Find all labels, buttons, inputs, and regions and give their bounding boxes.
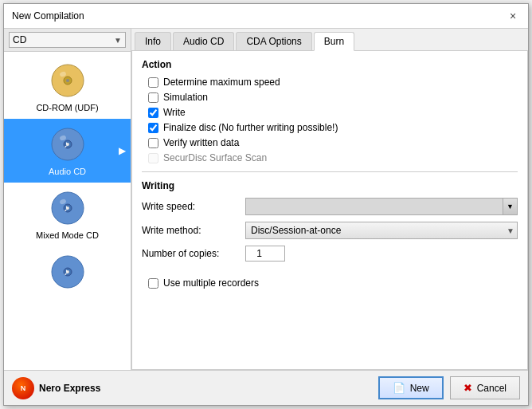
multiple-recorders-checkbox[interactable] xyxy=(148,278,158,289)
selected-arrow: ▶ xyxy=(119,145,126,156)
write-speed-display xyxy=(245,198,503,215)
num-copies-row: Number of copies: xyxy=(142,246,518,262)
svg-text:♪: ♪ xyxy=(64,139,68,150)
write-label: Write xyxy=(163,107,186,118)
tab-audiocd[interactable]: Audio CD xyxy=(173,32,234,50)
checkbox-simulation: Simulation xyxy=(142,92,518,103)
write-method-control: Disc/Session-at-onceTrack-at-onceRaw ▼ xyxy=(245,222,518,239)
svg-text:♪: ♪ xyxy=(64,203,68,214)
verify-checkbox[interactable] xyxy=(148,138,158,148)
finalize-checkbox[interactable] xyxy=(148,123,158,133)
num-copies-input[interactable] xyxy=(245,246,285,262)
checkbox-multiple-recorders: Use multiple recorders xyxy=(142,277,518,289)
write-speed-control: ▼ xyxy=(245,198,518,215)
bottom-buttons: 📄 New ✖ Cancel xyxy=(378,376,520,399)
disc-item-extra[interactable]: ♪ xyxy=(4,246,131,301)
title-bar: New Compilation × xyxy=(4,4,528,29)
checkbox-verify: Verify written data xyxy=(142,137,518,148)
multiple-recorders-label: Use multiple recorders xyxy=(163,277,259,289)
bottom-bar: N Nero Express 📄 New ✖ Cancel xyxy=(4,370,528,405)
nero-brand: N Nero Express xyxy=(12,377,378,399)
simulation-label: Simulation xyxy=(163,92,208,103)
checkbox-finalize: Finalize disc (No further writing possib… xyxy=(142,122,518,133)
write-speed-dropdown-btn[interactable]: ▼ xyxy=(503,198,518,215)
write-checkbox[interactable] xyxy=(148,108,158,118)
new-compilation-dialog: New Compilation × CD ▼ xyxy=(3,3,529,406)
disc-item-audiocd[interactable]: ♪ Audio CD ▶ xyxy=(4,119,131,183)
section-divider xyxy=(142,171,518,172)
num-copies-label: Number of copies: xyxy=(142,248,245,259)
write-method-select[interactable]: Disc/Session-at-onceTrack-at-onceRaw xyxy=(245,222,518,239)
disc-item-cdrom[interactable]: CD-ROM (UDF) xyxy=(4,55,131,119)
disc-item-mixedcd[interactable]: ♪ Mixed Mode CD xyxy=(4,183,131,246)
extra-icon: ♪ xyxy=(49,253,87,291)
securedisc-checkbox xyxy=(148,153,158,163)
burn-tab-content: Action Determine maximum speed Simulatio… xyxy=(131,51,528,370)
tab-info[interactable]: Info xyxy=(135,32,171,50)
new-button[interactable]: 📄 New xyxy=(378,376,444,399)
writing-section-title: Writing xyxy=(142,180,518,191)
cancel-button[interactable]: ✖ Cancel xyxy=(450,376,520,399)
new-button-icon: 📄 xyxy=(393,382,405,394)
mixedcd-icon: ♪ xyxy=(49,189,87,227)
write-method-label: Write method: xyxy=(142,225,245,236)
audiocd-label: Audio CD xyxy=(49,167,86,176)
audiocd-icon: ♪ xyxy=(49,125,87,163)
securedisc-label: SecurDisc Surface Scan xyxy=(163,152,267,163)
checkbox-securedisc: SecurDisc Surface Scan xyxy=(142,152,518,163)
verify-label: Verify written data xyxy=(163,137,239,148)
svg-text:♪: ♪ xyxy=(64,266,68,277)
tab-burn[interactable]: Burn xyxy=(314,32,354,51)
simulation-checkbox[interactable] xyxy=(148,92,158,103)
cancel-button-label: Cancel xyxy=(477,383,507,394)
nero-brand-name: Nero Express xyxy=(39,383,100,394)
disc-type-dropdown-bar: CD ▼ xyxy=(4,29,131,52)
dialog-title: New Compilation xyxy=(12,10,84,22)
right-panel: Info Audio CD CDA Options Burn Action xyxy=(131,29,528,370)
disc-type-dropdown[interactable]: CD ▼ xyxy=(9,32,126,48)
svg-point-2 xyxy=(66,79,69,82)
new-button-label: New xyxy=(410,383,429,394)
disc-type-value: CD xyxy=(13,34,26,45)
max-speed-checkbox[interactable] xyxy=(148,77,158,88)
disc-list: CD-ROM (UDF) ♪ Audio CD ▶ xyxy=(4,52,131,370)
nero-logo-icon: N xyxy=(12,377,34,399)
action-section-title: Action xyxy=(142,59,518,70)
disc-type-arrow: ▼ xyxy=(114,36,122,45)
close-button[interactable]: × xyxy=(506,9,520,23)
left-panel: CD ▼ CD-ROM (UDF) xyxy=(4,29,131,370)
tab-cda-options[interactable]: CDA Options xyxy=(236,32,311,50)
write-speed-label: Write speed: xyxy=(142,201,245,212)
max-speed-label: Determine maximum speed xyxy=(163,77,280,88)
cdrom-label: CD-ROM (UDF) xyxy=(36,103,98,112)
cdrom-icon xyxy=(49,61,87,100)
write-method-row: Write method: Disc/Session-at-onceTrack-… xyxy=(142,222,518,239)
mixedcd-label: Mixed Mode CD xyxy=(36,230,99,240)
checkbox-max-speed: Determine maximum speed xyxy=(142,77,518,88)
cancel-button-icon: ✖ xyxy=(464,382,472,394)
write-speed-arrow: ▼ xyxy=(507,203,514,210)
checkbox-write: Write xyxy=(142,107,518,118)
finalize-label: Finalize disc (No further writing possib… xyxy=(163,122,338,133)
write-speed-row: Write speed: ▼ xyxy=(142,198,518,215)
tabs-bar: Info Audio CD CDA Options Burn xyxy=(131,29,528,51)
content-area: CD ▼ CD-ROM (UDF) xyxy=(4,29,528,370)
